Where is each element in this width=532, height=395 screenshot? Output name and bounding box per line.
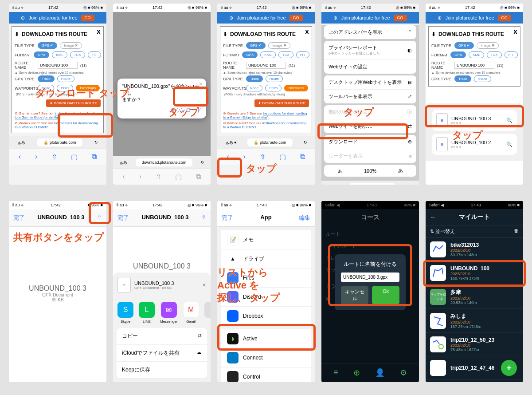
downloads-row[interactable]: ダウンロード⊕	[324, 135, 416, 149]
copy-icon: ⧉	[198, 332, 202, 340]
url-field[interactable]: 🔒 plotaroute.com	[37, 138, 82, 146]
join-banner[interactable]: ⊕Join plotaroute for freeGO	[9, 12, 106, 24]
download-file-1[interactable]: ≡UNBOUND_100 369 KB🔍	[432, 110, 517, 131]
forward-icon[interactable]: ›	[35, 153, 37, 161]
go-button[interactable]: GO	[81, 15, 94, 21]
screen-10: Safari ◀17:4396% ■ ←マイルート ⇅ 並べ替え🗑 bike31…	[426, 201, 523, 382]
svg-point-0	[439, 344, 443, 349]
share-sheet: ≡ UNBOUND_100 3GPX Document · 69 KB ✕ SS…	[113, 273, 211, 382]
safari-toolbar: ‹›⇧▢⧉	[9, 149, 106, 165]
name-route-modal: ルートに名前を付ける キャンセルOk	[335, 254, 406, 310]
tabs-icon[interactable]: ⧉	[92, 153, 97, 161]
download-icon: ⬇	[15, 31, 19, 37]
download-panel: X ⬇DOWNLOAD THIS ROUTE FILE TYPEGPS ✔Ima…	[12, 26, 104, 133]
panel-title: ⬇DOWNLOAD THIS ROUTE	[15, 29, 101, 41]
status-bar: il au ⟡17:42◎ ■ 96% ■	[113, 4, 211, 12]
chip-image[interactable]: Image ✖	[60, 42, 82, 49]
download-route-button[interactable]: ⬇ DOWNLOAD THIS ROUTE	[46, 99, 101, 107]
translate-icon: ⇄	[408, 123, 412, 129]
refresh-icon[interactable]: ↻	[94, 140, 98, 145]
trash-icon[interactable]: 🗑	[514, 228, 519, 235]
screen-9: Safari ◀17:4396% ■ コース ルート ↓ インポート トレーナー…	[321, 201, 419, 382]
file-icon: ≡	[436, 113, 448, 127]
safari-address-bar: ぁあdownload.plotaroute.com↻	[113, 156, 211, 169]
garmin-note: ⊘ Garmin user? See our instructions for …	[15, 111, 101, 120]
screen-7: il au ⟡17:42◎ ■ 96% ■ 完了UNBOUND_100 3⇧ U…	[113, 201, 211, 382]
bottom-nav: ≡⊕👤⚙	[321, 363, 419, 382]
screen-5: il au ⟡17:42◎ ■ 96% ■ ⊕Join plotaroute f…	[426, 4, 523, 185]
back-icon[interactable]: ‹	[19, 153, 21, 161]
bookmarks-icon[interactable]: ▢	[71, 153, 78, 161]
search-icon[interactable]: 🔍	[506, 118, 512, 123]
wahoo-note: ⊘ Wahoo user? See our instructions for d…	[15, 120, 101, 130]
shield-icon: ◐	[407, 47, 412, 53]
route-unbound[interactable]: UNBOUND_1002022/02/10168.79km 375m	[426, 261, 523, 285]
share-targets: SSkype LLINE ✉Messenger MGmail	[113, 297, 211, 328]
screen-2: il au ⟡17:42◎ ■ 96% ■ ✕ "UNBOUND_100.gpx…	[113, 4, 211, 185]
arrow-up-icon: ⌃	[408, 29, 412, 35]
screen-1: il au ⟡17:42◎ ■ 96% ■ ⊕Join plotaroute f…	[9, 4, 106, 185]
app-picker-header: 完了App編集	[217, 209, 315, 227]
aa-button[interactable]: ぁあ ●	[225, 140, 237, 146]
download-confirm-dialog: ✕ "UNBOUND_100.gpx"をダウンロードし ますか？ ダウンロード	[117, 79, 206, 118]
close-icon[interactable]: X	[97, 28, 101, 36]
sort-button[interactable]: ⇅ 並べ替え	[430, 228, 455, 235]
screen-4: il au ⟡17:42◎ ■ 96% ■ ⊕Join plotaroute f…	[321, 4, 419, 185]
route-list: bike3120132022/02/1030.17km 148m UNBOUND…	[426, 238, 523, 380]
route-name-input[interactable]	[341, 273, 399, 282]
share-icon[interactable]: ⇧	[51, 153, 57, 161]
aa-menu: 上のアドレスバーを表示⌃	[324, 25, 416, 39]
done-button[interactable]: 完了	[13, 214, 25, 222]
zoom-control: ぁ100%あ	[324, 165, 416, 177]
expand-icon: ⤢	[408, 94, 412, 99]
download-icon: ⊕	[408, 139, 412, 145]
download-file-2[interactable]: ≡UNBOUND_100 269 KB🔍	[432, 134, 517, 155]
close-icon[interactable]: ✕	[199, 81, 203, 87]
safari-address-bar: ぁあ🔒 plotaroute.com↻	[9, 136, 106, 149]
icloud-icon: ☁	[196, 349, 202, 357]
ok-button[interactable]: Ok	[372, 286, 399, 304]
file-icon: ≡	[117, 277, 131, 293]
app-active[interactable]: ◗Active	[221, 329, 311, 348]
preview-header: 完了UNBOUND_100 3⇧	[9, 209, 106, 227]
screen-3: il au ⟡17:42◎ ■ 96% ■ ⊕Join plotaroute f…	[217, 4, 315, 185]
desktop-icon: 🖥	[407, 80, 412, 85]
close-icon[interactable]: ✕	[202, 282, 206, 288]
screen-6: il au ⟡17:42■ 96% ■ 完了UNBOUND_100 3⇧ UNB…	[9, 201, 106, 382]
route-name-input[interactable]	[38, 62, 78, 69]
aa-button[interactable]: ぁあ	[17, 140, 25, 146]
add-button[interactable]: +	[501, 360, 517, 376]
screen-8: il au ⟡17:43◎ ■ 96% ■ 完了App編集 📝メモ ▲ドライブ …	[217, 201, 315, 382]
download-confirm-button[interactable]: ダウンロード	[170, 107, 202, 113]
cancel-button[interactable]: キャンセル	[341, 286, 368, 304]
chip-gps[interactable]: GPS ✔	[38, 42, 57, 49]
status-bar: il au ⟡17:42◎ ■ 96% ■	[9, 4, 106, 12]
share-icon[interactable]: ⇧	[97, 214, 102, 222]
